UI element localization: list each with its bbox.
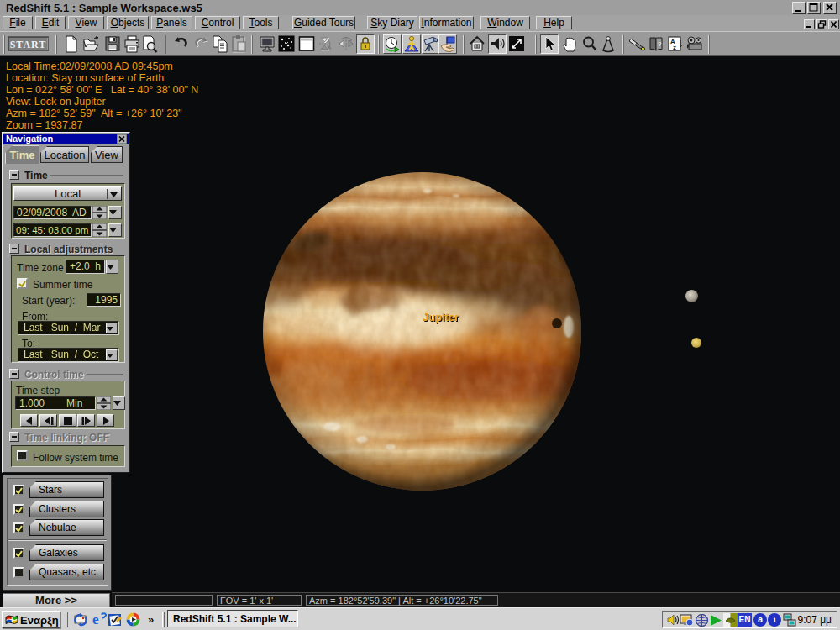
svg-text:z: z [673, 44, 676, 51]
svg-text:?: ? [658, 40, 662, 48]
svg-text:e: e [92, 612, 99, 627]
